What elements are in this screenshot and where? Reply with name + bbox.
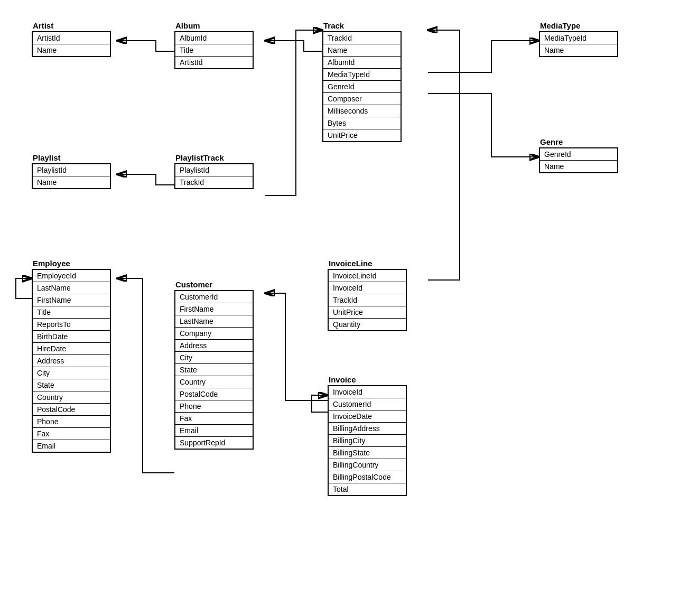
field-album-title: Title bbox=[175, 44, 253, 57]
field-employee-firstname: FirstName bbox=[32, 294, 110, 306]
field-invoice-billingaddress: BillingAddress bbox=[328, 423, 406, 435]
field-invoice-billingcity: BillingCity bbox=[328, 435, 406, 447]
field-playlisttrack-trackid: TrackId bbox=[175, 176, 253, 189]
entity-playlisttrack: PlaylistTrack PlaylistId TrackId bbox=[174, 153, 254, 189]
field-employee-email: Email bbox=[32, 440, 110, 453]
table-row: SupportRepId bbox=[175, 437, 253, 450]
table-row: Bytes bbox=[323, 117, 401, 129]
entity-invoiceline-table: InvoiceLineId InvoiceId TrackId UnitPric… bbox=[328, 269, 407, 331]
entity-customer: Customer CustomerId FirstName LastName C… bbox=[174, 280, 254, 450]
entity-playlisttrack-table: PlaylistId TrackId bbox=[174, 163, 254, 189]
entity-employee-table: EmployeeId LastName FirstName Title Repo… bbox=[32, 269, 111, 453]
table-row: GenreId bbox=[323, 81, 401, 93]
field-invoice-invoiceid: InvoiceId bbox=[328, 386, 406, 398]
entity-artist-table: ArtistId Name bbox=[32, 31, 111, 57]
table-row: Composer bbox=[323, 93, 401, 105]
table-row: FirstName bbox=[32, 294, 110, 306]
table-row: Quantity bbox=[328, 319, 406, 331]
table-row: CustomerId bbox=[328, 398, 406, 410]
entity-playlist-table: PlaylistId Name bbox=[32, 163, 111, 189]
entity-album: Album AlbumId Title ArtistId bbox=[174, 21, 254, 69]
table-row: Title bbox=[175, 44, 253, 57]
table-row: City bbox=[175, 352, 253, 364]
table-row: PostalCode bbox=[32, 404, 110, 416]
table-row: InvoiceId bbox=[328, 386, 406, 398]
field-invoice-billingpostalcode: BillingPostalCode bbox=[328, 471, 406, 483]
field-genre-name: Name bbox=[539, 161, 618, 173]
field-track-mediatypeid: MediaTypeId bbox=[323, 69, 401, 81]
field-invoice-billingcountry: BillingCountry bbox=[328, 459, 406, 471]
table-row: Email bbox=[175, 425, 253, 437]
field-customer-email: Email bbox=[175, 425, 253, 437]
table-row: UnitPrice bbox=[328, 306, 406, 319]
table-row: Fax bbox=[175, 413, 253, 425]
table-row: ArtistId bbox=[175, 57, 253, 69]
table-row: Milliseconds bbox=[323, 105, 401, 117]
field-invoiceline-trackid: TrackId bbox=[328, 294, 406, 306]
field-track-trackid: TrackId bbox=[323, 32, 401, 44]
field-customer-address: Address bbox=[175, 340, 253, 352]
table-row: LastName bbox=[32, 282, 110, 294]
table-row: City bbox=[32, 367, 110, 379]
field-customer-lastname: LastName bbox=[175, 315, 253, 328]
field-invoiceline-invoicelineid: InvoiceLineId bbox=[328, 269, 406, 282]
table-row: BillingPostalCode bbox=[328, 471, 406, 483]
table-row: Total bbox=[328, 483, 406, 496]
field-employee-country: Country bbox=[32, 391, 110, 404]
table-row: InvoiceId bbox=[328, 282, 406, 294]
table-row: AlbumId bbox=[323, 57, 401, 69]
table-row: AlbumId bbox=[175, 32, 253, 44]
field-track-albumid: AlbumId bbox=[323, 57, 401, 69]
field-album-albumid: AlbumId bbox=[175, 32, 253, 44]
table-row: Name bbox=[539, 161, 618, 173]
field-customer-supportrepid: SupportRepId bbox=[175, 437, 253, 450]
table-row: Country bbox=[32, 391, 110, 404]
table-row: CustomerId bbox=[175, 291, 253, 303]
field-track-unitprice: UnitPrice bbox=[323, 129, 401, 142]
table-row: State bbox=[32, 379, 110, 391]
field-track-milliseconds: Milliseconds bbox=[323, 105, 401, 117]
field-mediatype-mediatypeid: MediaTypeId bbox=[539, 32, 618, 44]
field-artist-name: Name bbox=[32, 44, 110, 57]
entity-invoiceline-title: InvoiceLine bbox=[328, 259, 407, 268]
table-row: Email bbox=[32, 440, 110, 453]
entity-invoiceline: InvoiceLine InvoiceLineId InvoiceId Trac… bbox=[328, 259, 407, 331]
field-customer-country: Country bbox=[175, 376, 253, 388]
field-artist-artistid: ArtistId bbox=[32, 32, 110, 44]
field-playlist-name: Name bbox=[32, 176, 110, 189]
entity-playlist-title: Playlist bbox=[32, 153, 111, 162]
field-track-composer: Composer bbox=[323, 93, 401, 105]
field-employee-birthdate: BirthDate bbox=[32, 331, 110, 343]
entity-track-table: TrackId Name AlbumId MediaTypeId GenreId… bbox=[322, 31, 402, 142]
table-row: Address bbox=[175, 340, 253, 352]
field-track-bytes: Bytes bbox=[323, 117, 401, 129]
field-genre-genreid: GenreId bbox=[539, 148, 618, 161]
entity-mediatype-table: MediaTypeId Name bbox=[539, 31, 618, 57]
table-row: InvoiceLineId bbox=[328, 269, 406, 282]
table-row: PlaylistId bbox=[32, 164, 110, 176]
table-row: HireDate bbox=[32, 343, 110, 355]
field-playlisttrack-playlistid: PlaylistId bbox=[175, 164, 253, 176]
field-employee-phone: Phone bbox=[32, 416, 110, 428]
table-row: Company bbox=[175, 328, 253, 340]
field-track-name: Name bbox=[323, 44, 401, 57]
table-row: BirthDate bbox=[32, 331, 110, 343]
field-customer-phone: Phone bbox=[175, 400, 253, 413]
field-employee-city: City bbox=[32, 367, 110, 379]
table-row: BillingState bbox=[328, 447, 406, 459]
table-row: ArtistId bbox=[32, 32, 110, 44]
table-row: TrackId bbox=[323, 32, 401, 44]
table-row: MediaTypeId bbox=[323, 69, 401, 81]
table-row: PlaylistId bbox=[175, 164, 253, 176]
field-track-genreid: GenreId bbox=[323, 81, 401, 93]
entity-track: Track TrackId Name AlbumId MediaTypeId G… bbox=[322, 21, 402, 142]
table-row: Phone bbox=[175, 400, 253, 413]
entity-employee: Employee EmployeeId LastName FirstName T… bbox=[32, 259, 111, 453]
entity-invoice-table: InvoiceId CustomerId InvoiceDate Billing… bbox=[328, 385, 407, 496]
table-row: Address bbox=[32, 355, 110, 367]
field-invoice-total: Total bbox=[328, 483, 406, 496]
table-row: Fax bbox=[32, 428, 110, 440]
field-employee-address: Address bbox=[32, 355, 110, 367]
entity-track-title: Track bbox=[322, 21, 402, 30]
field-customer-firstname: FirstName bbox=[175, 303, 253, 315]
